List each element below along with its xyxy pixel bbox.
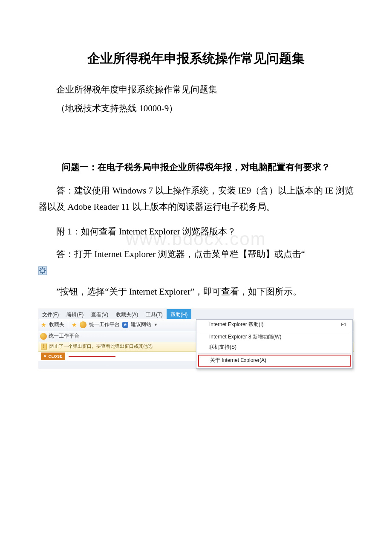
favorites-star-icon-2: ★ (72, 320, 77, 330)
chevron-down-icon[interactable]: ▼ (154, 321, 158, 328)
gear-icon (38, 266, 47, 275)
document-subtitle: 企业所得税年度申报系统操作常见问题集 (38, 82, 354, 98)
menu-favorites[interactable]: 收藏夹(A) (112, 309, 142, 319)
close-x-icon: ✕ (43, 353, 47, 360)
tab-favicon-icon (40, 333, 47, 340)
help-menu-item-help-shortcut: F1 (341, 321, 346, 329)
svg-line-6 (44, 272, 45, 273)
toolbar-site-1[interactable]: 统一工作平台 (89, 320, 120, 330)
svg-line-8 (44, 268, 45, 269)
info-icon: ! (41, 344, 47, 350)
globe-icon (80, 321, 86, 328)
gear-icon-wrapper (38, 264, 354, 280)
help-menu-item-about-highlight: 关于 Internet Explorer(A) (198, 355, 351, 367)
menu-view[interactable]: 查看(V) (87, 309, 112, 319)
menu-separator (198, 331, 351, 331)
help-menu-item-whatsnew-label: Internet Explorer 8 新增功能(W) (209, 332, 281, 342)
close-button[interactable]: ✕ CLOSE (41, 353, 65, 360)
help-menu-item-about[interactable]: 关于 Internet Explorer(A) (199, 356, 350, 366)
svg-line-7 (40, 272, 41, 273)
help-menu-item-help-label: Internet Explorer 帮助(I) (209, 320, 263, 330)
document-title: 企业所得税年申报系统操作常见问题集 (38, 47, 354, 70)
svg-point-0 (41, 269, 45, 273)
close-label: CLOSE (49, 353, 63, 360)
help-dropdown-menu: Internet Explorer 帮助(I) F1 Internet Expl… (196, 319, 353, 369)
svg-line-5 (40, 268, 41, 269)
favorites-star-icon[interactable]: ★ (41, 320, 46, 330)
answer-1-text: 答：建议使用 Windows 7 以上操作系统，安装 IE9（含）以上版本的 I… (38, 183, 354, 215)
help-menu-item-about-label: 关于 Internet Explorer(A) (210, 356, 266, 365)
question-1-heading: 问题一：在电子税务局申报企业所得税年报，对电脑配置有何要求？ (38, 159, 354, 176)
favorites-label[interactable]: 收藏夹 (49, 320, 64, 330)
ie-screenshot: 文件(F) 编辑(E) 查看(V) 收藏夹(A) 工具(T) 帮助(H) ★ 收… (38, 309, 354, 369)
toolbar-separator (68, 321, 68, 329)
tab-title[interactable]: 统一工作平台 (49, 332, 79, 341)
hotline-text: （地税技术支持热线 10000-9） (38, 101, 354, 117)
ie-logo-icon: e (122, 322, 128, 328)
menu-tools[interactable]: 工具(T) (142, 309, 166, 319)
help-menu-item-help[interactable]: Internet Explorer 帮助(I) F1 (196, 320, 352, 330)
appendix-1-answer-post: ”按钮，选择“关于 Internet Explorer”，即可查看，如下图所示。 (38, 284, 354, 300)
menu-help[interactable]: 帮助(H) (167, 309, 192, 319)
menu-edit[interactable]: 编辑(E) (63, 309, 87, 319)
red-underline (69, 356, 115, 357)
help-menu-item-support-label: 联机支持(S) (209, 343, 236, 352)
appendix-1-label: 附 1：如何查看 Internet Explorer 浏览器版本？ (38, 224, 354, 240)
toolbar-site-2[interactable]: 建议网站 (131, 320, 151, 330)
ie-menubar: 文件(F) 编辑(E) 查看(V) 收藏夹(A) 工具(T) 帮助(H) (38, 309, 354, 319)
help-menu-item-support[interactable]: 联机支持(S) (196, 342, 352, 353)
help-menu-item-whatsnew[interactable]: Internet Explorer 8 新增功能(W) (196, 332, 352, 342)
popup-blocker-text: 阻止了一个弹出窗口。要查看此弹出窗口或其他选 (49, 342, 153, 351)
menu-file[interactable]: 文件(F) (38, 309, 63, 319)
menu-separator-2 (198, 353, 351, 354)
appendix-1-answer-pre: 答：打开 Internet Explorer 浏览器，点击菜单栏【帮助】或点击“ (38, 246, 354, 263)
